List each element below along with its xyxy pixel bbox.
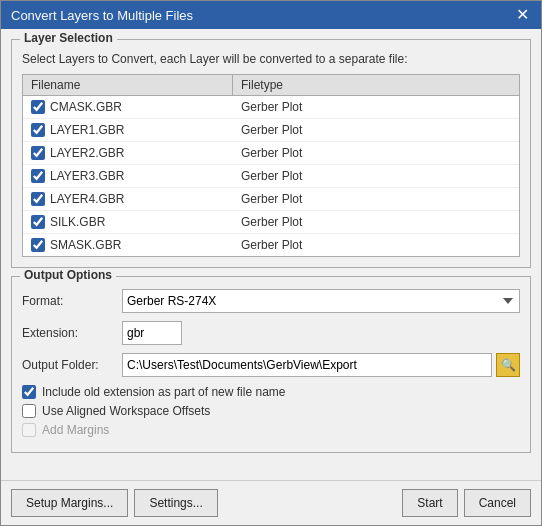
dialog: Convert Layers to Multiple Files ✕ Layer…	[0, 0, 542, 526]
checkbox-label-0: Include old extension as part of new fil…	[42, 385, 285, 399]
row-checkbox-5[interactable]	[31, 215, 45, 229]
filetype-cell: Gerber Plot	[233, 213, 519, 231]
table-header: Filename Filetype	[23, 75, 519, 96]
button-bar: Setup Margins... Settings... Start Cance…	[1, 480, 541, 525]
filename-cell: LAYER4.GBR	[23, 190, 233, 208]
row-checkbox-2[interactable]	[31, 146, 45, 160]
filetype-cell: Gerber Plot	[233, 190, 519, 208]
filetype-header: Filetype	[233, 75, 519, 95]
filetype-cell: Gerber Plot	[233, 236, 519, 254]
filename-header: Filename	[23, 75, 233, 95]
table-row: LAYER2.GBR Gerber Plot	[23, 142, 519, 165]
filename-cell: SMASK.GBR	[23, 236, 233, 254]
right-button-group: Start Cancel	[402, 489, 531, 517]
dialog-body: Layer Selection Select Layers to Convert…	[1, 29, 541, 480]
output-options-body: Format: Gerber RS-274XDXFPostscript Exte…	[22, 289, 520, 437]
close-button[interactable]: ✕	[514, 7, 531, 23]
output-folder-input[interactable]	[122, 353, 492, 377]
filename-cell: LAYER3.GBR	[23, 167, 233, 185]
format-row: Format: Gerber RS-274XDXFPostscript	[22, 289, 520, 313]
setup-margins-button[interactable]: Setup Margins...	[11, 489, 128, 517]
filetype-cell: Gerber Plot	[233, 167, 519, 185]
filename-text: LAYER1.GBR	[50, 123, 124, 137]
row-checkbox-0[interactable]	[31, 100, 45, 114]
layer-selection-description: Select Layers to Convert, each Layer wil…	[22, 52, 520, 66]
extension-row: Extension:	[22, 321, 520, 345]
cancel-button[interactable]: Cancel	[464, 489, 531, 517]
filename-cell: LAYER2.GBR	[23, 144, 233, 162]
filename-text: SMASK.GBR	[50, 238, 121, 252]
checkbox-0[interactable]	[22, 385, 36, 399]
filename-cell: SILK.GBR	[23, 213, 233, 231]
table-row: SILK.GBR Gerber Plot	[23, 211, 519, 234]
checkboxes-container: Include old extension as part of new fil…	[22, 385, 520, 437]
title-bar: Convert Layers to Multiple Files ✕	[1, 1, 541, 29]
checkbox-row-2: Add Margins	[22, 423, 520, 437]
output-options-group: Output Options Format: Gerber RS-274XDXF…	[11, 276, 531, 453]
output-folder-row: Output Folder: 🔍	[22, 353, 520, 377]
extension-label: Extension:	[22, 326, 122, 340]
filename-text: LAYER4.GBR	[50, 192, 124, 206]
table-rows-container: CMASK.GBR Gerber Plot LAYER1.GBR Gerber …	[23, 96, 519, 256]
filetype-cell: Gerber Plot	[233, 121, 519, 139]
filename-text: LAYER2.GBR	[50, 146, 124, 160]
filename-text: LAYER3.GBR	[50, 169, 124, 183]
layer-selection-body: Select Layers to Convert, each Layer wil…	[22, 52, 520, 257]
format-select[interactable]: Gerber RS-274XDXFPostscript	[122, 289, 520, 313]
folder-row: 🔍	[122, 353, 520, 377]
checkbox-row-0: Include old extension as part of new fil…	[22, 385, 520, 399]
format-label: Format:	[22, 294, 122, 308]
filename-text: SILK.GBR	[50, 215, 105, 229]
output-options-title: Output Options	[20, 268, 116, 282]
output-folder-label: Output Folder:	[22, 358, 122, 372]
checkbox-label-1: Use Aligned Workspace Offsets	[42, 404, 210, 418]
layer-selection-group: Layer Selection Select Layers to Convert…	[11, 39, 531, 268]
layer-selection-title: Layer Selection	[20, 31, 117, 45]
start-button[interactable]: Start	[402, 489, 457, 517]
browse-folder-button[interactable]: 🔍	[496, 353, 520, 377]
settings-button[interactable]: Settings...	[134, 489, 217, 517]
table-row: SMASK.GBR Gerber Plot	[23, 234, 519, 256]
row-checkbox-6[interactable]	[31, 238, 45, 252]
row-checkbox-3[interactable]	[31, 169, 45, 183]
filetype-cell: Gerber Plot	[233, 98, 519, 116]
left-button-group: Setup Margins... Settings...	[11, 489, 218, 517]
row-checkbox-1[interactable]	[31, 123, 45, 137]
filename-cell: LAYER1.GBR	[23, 121, 233, 139]
checkbox-2	[22, 423, 36, 437]
filename-text: CMASK.GBR	[50, 100, 122, 114]
row-checkbox-4[interactable]	[31, 192, 45, 206]
filename-cell: CMASK.GBR	[23, 98, 233, 116]
layers-table: Filename Filetype CMASK.GBR Gerber Plot …	[22, 74, 520, 257]
table-row: CMASK.GBR Gerber Plot	[23, 96, 519, 119]
filetype-cell: Gerber Plot	[233, 144, 519, 162]
table-row: LAYER1.GBR Gerber Plot	[23, 119, 519, 142]
table-row: LAYER4.GBR Gerber Plot	[23, 188, 519, 211]
table-row: LAYER3.GBR Gerber Plot	[23, 165, 519, 188]
checkbox-row-1: Use Aligned Workspace Offsets	[22, 404, 520, 418]
dialog-title: Convert Layers to Multiple Files	[11, 8, 193, 23]
checkbox-label-2: Add Margins	[42, 423, 109, 437]
checkbox-1[interactable]	[22, 404, 36, 418]
extension-input[interactable]	[122, 321, 182, 345]
